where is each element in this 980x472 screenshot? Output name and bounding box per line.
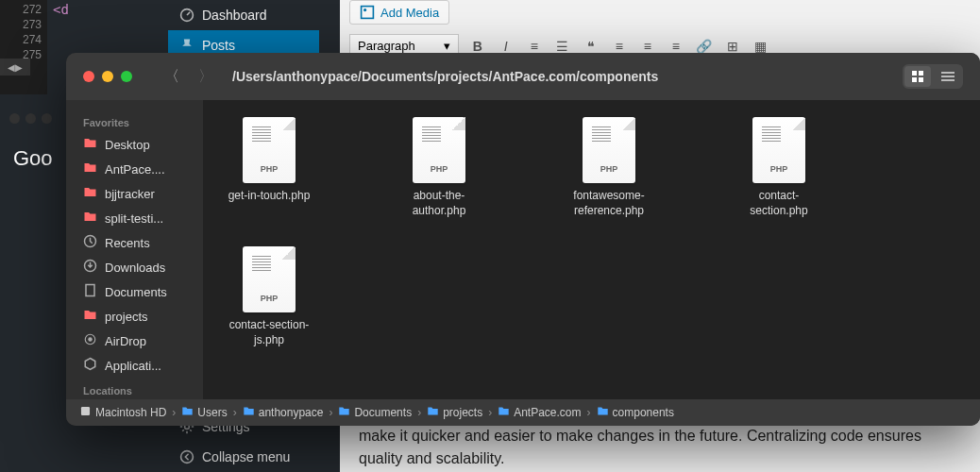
code-gutter: 272 273 274 275 xyxy=(0,0,47,94)
folder-icon xyxy=(338,405,350,420)
crumb-separator: › xyxy=(233,406,237,419)
crumb[interactable]: anthonypace xyxy=(243,405,324,420)
crumb[interactable]: Users xyxy=(181,405,227,420)
sidebar-item[interactable]: projects xyxy=(66,304,203,329)
minimize-button[interactable] xyxy=(102,71,113,82)
svg-rect-11 xyxy=(941,79,955,81)
svg-rect-3 xyxy=(362,7,374,19)
file-name: contact-section.php xyxy=(732,189,826,218)
crumb[interactable]: Macintosh HD xyxy=(79,405,166,420)
collapse-icon xyxy=(179,449,194,464)
svg-rect-9 xyxy=(941,72,955,74)
sidebar-item[interactable]: bjjtracker xyxy=(66,181,203,206)
clock-icon xyxy=(83,234,97,251)
crumb-label: Documents xyxy=(354,406,412,419)
folder-icon xyxy=(498,405,510,420)
sidebar-item[interactable]: Applicati... xyxy=(66,353,203,378)
svg-point-2 xyxy=(181,451,194,464)
folder-icon xyxy=(83,136,97,153)
folder-icon xyxy=(79,405,92,420)
sidebar-item-label: split-testi... xyxy=(105,211,163,226)
file-icon: PHP xyxy=(583,117,635,183)
sidebar-item[interactable]: AntPace.... xyxy=(66,157,203,181)
crumb-label: Users xyxy=(197,406,227,419)
back-button[interactable]: 〈 xyxy=(164,67,179,87)
file-grid: PHPget-in-touch.phpPHPabout-the-author.p… xyxy=(203,100,980,399)
file-item[interactable]: PHPcontact-section-js.php xyxy=(222,246,316,347)
file-icon: PHP xyxy=(243,117,296,183)
folder-icon xyxy=(83,308,97,325)
grid-view-button[interactable] xyxy=(904,66,931,87)
file-icon: PHP xyxy=(752,117,805,183)
sidebar-item-label: Recents xyxy=(105,236,150,250)
svg-rect-8 xyxy=(919,77,923,82)
sidebar-item-label: AirDrop xyxy=(105,334,146,348)
pin-icon xyxy=(179,38,194,53)
svg-rect-7 xyxy=(912,77,917,82)
crumb[interactable]: components xyxy=(597,405,674,420)
crumb[interactable]: AntPace.com xyxy=(498,405,581,420)
crumb-label: AntPace.com xyxy=(514,406,581,419)
forward-button[interactable]: 〉 xyxy=(198,67,213,87)
crumb-label: anthonypace xyxy=(259,406,324,419)
crumb[interactable]: projects xyxy=(427,405,482,420)
sidebar-item-dashboard[interactable]: Dashboard xyxy=(168,0,319,30)
sidebar-item-label: Downloads xyxy=(105,261,165,275)
file-item[interactable]: PHPabout-the-author.php xyxy=(392,117,486,218)
crumb-separator: › xyxy=(172,406,176,419)
folder-icon xyxy=(427,405,439,420)
editor-nav-icon[interactable]: ◀▶ xyxy=(0,59,30,76)
folder-icon xyxy=(83,160,97,177)
sidebar-item[interactable]: AirDrop xyxy=(66,329,203,353)
locations-header: Locations xyxy=(66,381,203,399)
crumb[interactable]: Documents xyxy=(338,405,412,420)
add-media-button[interactable]: Add Media xyxy=(349,0,449,25)
svg-rect-10 xyxy=(941,76,955,77)
finder-titlebar: 〈 〉 /Users/anthonypace/Documents/project… xyxy=(66,53,980,100)
download-icon xyxy=(83,259,97,276)
crumb-label: components xyxy=(613,406,674,419)
chevron-down-icon: ▾ xyxy=(444,39,450,53)
svg-point-4 xyxy=(363,8,366,11)
svg-rect-6 xyxy=(919,71,923,76)
file-item[interactable]: PHPfontawesome-reference.php xyxy=(562,117,656,218)
crumb-label: projects xyxy=(443,406,482,419)
sidebar-item[interactable]: Recents xyxy=(66,230,203,255)
file-icon: PHP xyxy=(413,117,465,183)
sidebar-item[interactable]: split-testi... xyxy=(66,206,203,230)
list-view-button[interactable] xyxy=(935,66,961,87)
media-icon xyxy=(360,5,375,20)
svg-point-15 xyxy=(88,337,93,342)
file-name: get-in-touch.php xyxy=(228,189,311,204)
sidebar-item-label: Documents xyxy=(105,285,167,299)
folder-icon xyxy=(181,405,194,420)
svg-rect-5 xyxy=(912,71,917,76)
crumb-separator: › xyxy=(488,406,492,419)
traffic-lights xyxy=(83,71,132,82)
folder-icon xyxy=(83,210,97,227)
crumb-separator: › xyxy=(587,406,591,419)
folder-icon xyxy=(597,405,609,420)
google-logo-fragment: Goo xyxy=(13,146,53,171)
file-name: contact-section-js.php xyxy=(222,318,316,347)
file-item[interactable]: PHPget-in-touch.php xyxy=(222,117,316,218)
editor-body-text[interactable]: make it quicker and easier to make chang… xyxy=(359,425,961,470)
file-item[interactable]: PHPcontact-section.php xyxy=(732,117,826,218)
list-icon xyxy=(941,70,955,83)
finder-sidebar: Favorites DesktopAntPace....bjjtrackersp… xyxy=(66,100,203,399)
sidebar-item[interactable]: Desktop xyxy=(66,132,203,157)
view-toggle xyxy=(903,64,963,89)
zoom-button[interactable] xyxy=(121,71,132,82)
crumb-separator: › xyxy=(329,406,332,419)
app-icon xyxy=(83,357,97,374)
sidebar-collapse[interactable]: Collapse menu xyxy=(168,442,319,472)
grid-icon xyxy=(911,70,924,83)
close-button[interactable] xyxy=(83,71,94,82)
sidebar-item[interactable]: Documents xyxy=(66,279,203,304)
sidebar-item[interactable]: Downloads xyxy=(66,255,203,279)
sidebar-item-label: Applicati... xyxy=(105,359,161,373)
crumb-separator: › xyxy=(417,406,421,419)
sidebar-item-label: AntPace.... xyxy=(105,162,165,177)
file-name: fontawesome-reference.php xyxy=(562,189,656,218)
svg-rect-18 xyxy=(81,407,90,415)
